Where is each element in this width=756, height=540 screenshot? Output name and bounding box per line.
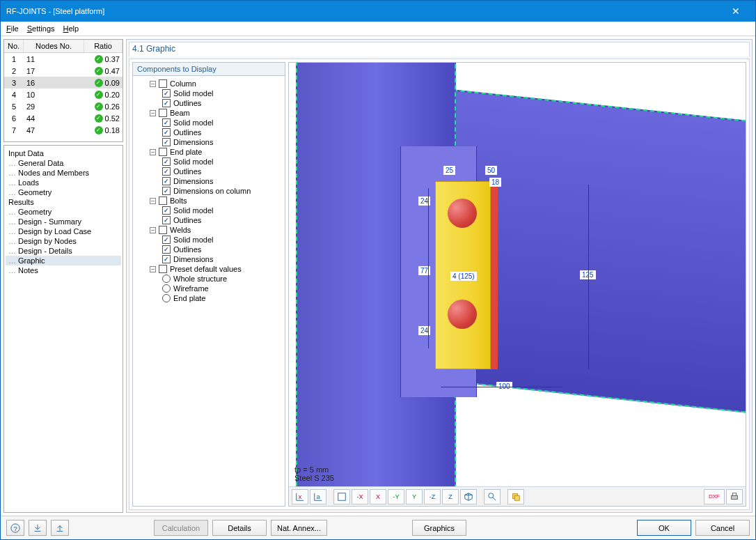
view-ny-button[interactable]: -Y	[388, 489, 404, 504]
viewport[interactable]: 25 50 18 24 77 24 4 (125) 125 100 tp	[288, 62, 746, 507]
checkbox[interactable]	[162, 157, 171, 166]
tree-item[interactable]: Solid model	[134, 118, 283, 128]
expander-icon[interactable]: –	[150, 81, 156, 87]
node-table[interactable]: No. Nodes No. Ratio 111✓0.37217✓0.47316✓…	[3, 39, 123, 142]
table-row[interactable]: 644✓0.52	[4, 112, 123, 124]
tree-group[interactable]: –Bolts	[134, 196, 283, 206]
checkbox[interactable]	[162, 206, 171, 215]
nav-input-root[interactable]: Input Data	[6, 148, 121, 158]
expander-icon[interactable]: –	[150, 266, 156, 272]
radio[interactable]	[162, 294, 171, 302]
checkbox[interactable]	[162, 89, 171, 98]
fit-button[interactable]	[333, 489, 350, 504]
tree-group[interactable]: –Welds	[134, 225, 283, 235]
tree-item[interactable]: Dimensions on column	[134, 186, 283, 196]
nav-tree[interactable]: Input Data General DataNodes and Members…	[3, 145, 123, 513]
radio[interactable]	[162, 275, 171, 283]
group-checkbox[interactable]	[159, 196, 167, 205]
checkbox[interactable]	[162, 118, 171, 127]
nav-item[interactable]: Geometry	[6, 187, 121, 197]
table-row[interactable]: 111✓0.37	[4, 53, 123, 65]
view-nz-button[interactable]: -Z	[424, 489, 441, 504]
tree-item[interactable]: Wireframe	[134, 284, 283, 293]
copy-button[interactable]	[507, 489, 524, 504]
nav-item[interactable]: Design - Details	[6, 246, 121, 256]
view-px-button[interactable]: X	[370, 489, 386, 504]
group-checkbox[interactable]	[159, 148, 167, 156]
expander-icon[interactable]: –	[150, 227, 156, 233]
calculation-button[interactable]: Calculation	[154, 520, 208, 536]
nav-item[interactable]: Design by Load Case	[6, 226, 121, 236]
tree-item[interactable]: Solid model	[134, 206, 283, 215]
view-pz-button[interactable]: Z	[442, 489, 459, 504]
tree-item[interactable]: Outlines	[134, 167, 283, 176]
tree-group[interactable]: –Column	[134, 79, 283, 88]
tree-item[interactable]: Outlines	[134, 98, 283, 108]
axis-a-button[interactable]: a	[310, 489, 326, 504]
menu-file[interactable]: File	[6, 24, 19, 33]
expander-icon[interactable]: –	[150, 198, 156, 204]
tree-item[interactable]: Solid model	[134, 157, 283, 167]
nav-item[interactable]: Design - Summary	[6, 217, 121, 226]
view-py-button[interactable]: Y	[406, 489, 423, 504]
iso-button[interactable]	[460, 489, 477, 504]
checkbox[interactable]	[162, 245, 171, 254]
dxf-button[interactable]: DXF	[704, 489, 725, 504]
components-tree[interactable]: –ColumnSolid modelOutlines–BeamSolid mod…	[132, 76, 285, 507]
tree-item[interactable]: Dimensions	[134, 176, 283, 186]
axis-x-button[interactable]: x	[292, 489, 308, 504]
table-row[interactable]: 747✓0.18	[4, 124, 123, 136]
nav-item[interactable]: Loads	[6, 178, 121, 187]
table-row[interactable]: 217✓0.47	[4, 65, 123, 77]
tree-item[interactable]: Whole structure	[134, 274, 283, 284]
tree-item[interactable]: Dimensions	[134, 137, 283, 147]
tree-item[interactable]: Outlines	[134, 245, 283, 254]
tree-item[interactable]: End plate	[134, 293, 283, 303]
nav-results-root[interactable]: Results	[6, 197, 121, 207]
nav-item[interactable]: General Data	[6, 158, 121, 168]
checkbox[interactable]	[162, 138, 171, 146]
tree-group[interactable]: –Preset default values	[134, 264, 283, 274]
close-icon[interactable]: ✕	[722, 6, 750, 17]
tree-item[interactable]: Outlines	[134, 128, 283, 137]
menu-help[interactable]: Help	[63, 24, 79, 33]
group-checkbox[interactable]	[159, 109, 167, 117]
print-button[interactable]	[726, 489, 743, 504]
tree-item[interactable]: Dimensions	[134, 254, 283, 264]
checkbox[interactable]	[162, 177, 171, 185]
expander-icon[interactable]: –	[150, 149, 156, 155]
checkbox[interactable]	[162, 236, 171, 244]
checkbox[interactable]	[162, 187, 171, 195]
checkbox[interactable]	[162, 255, 171, 263]
nav-item[interactable]: Nodes and Members	[6, 168, 121, 178]
radio[interactable]	[162, 284, 171, 293]
nav-item[interactable]: Design by Nodes	[6, 236, 121, 246]
ok-button[interactable]: OK	[637, 520, 691, 536]
help-button[interactable]: ?	[6, 520, 24, 536]
checkbox[interactable]	[162, 167, 171, 176]
table-row[interactable]: 316✓0.09	[4, 77, 123, 88]
nav-item[interactable]: Graphic	[6, 256, 121, 265]
tree-item[interactable]: Solid model	[134, 88, 283, 98]
menu-settings[interactable]: Settings	[27, 24, 55, 33]
group-checkbox[interactable]	[159, 226, 167, 234]
view-nx-button[interactable]: -X	[352, 489, 368, 504]
nav-item[interactable]: Notes	[6, 265, 121, 275]
import-button[interactable]	[29, 520, 47, 536]
tree-item[interactable]: Solid model	[134, 235, 283, 245]
table-row[interactable]: 410✓0.20	[4, 88, 123, 100]
graphics-button[interactable]: Graphics	[412, 520, 466, 536]
nat-annex-button[interactable]: Nat. Annex...	[271, 520, 327, 536]
canvas-3d[interactable]: 25 50 18 24 77 24 4 (125) 125 100 tp	[289, 63, 746, 486]
tree-group[interactable]: –End plate	[134, 147, 283, 157]
checkbox[interactable]	[162, 216, 171, 224]
table-row[interactable]: 529✓0.26	[4, 100, 123, 112]
tree-item[interactable]: Outlines	[134, 215, 283, 225]
details-button[interactable]: Details	[212, 520, 267, 536]
zoom-button[interactable]	[484, 489, 501, 504]
export-button[interactable]	[51, 520, 69, 536]
group-checkbox[interactable]	[159, 265, 167, 273]
cancel-button[interactable]: Cancel	[695, 520, 750, 536]
tree-group[interactable]: –Beam	[134, 108, 283, 118]
checkbox[interactable]	[162, 99, 171, 107]
